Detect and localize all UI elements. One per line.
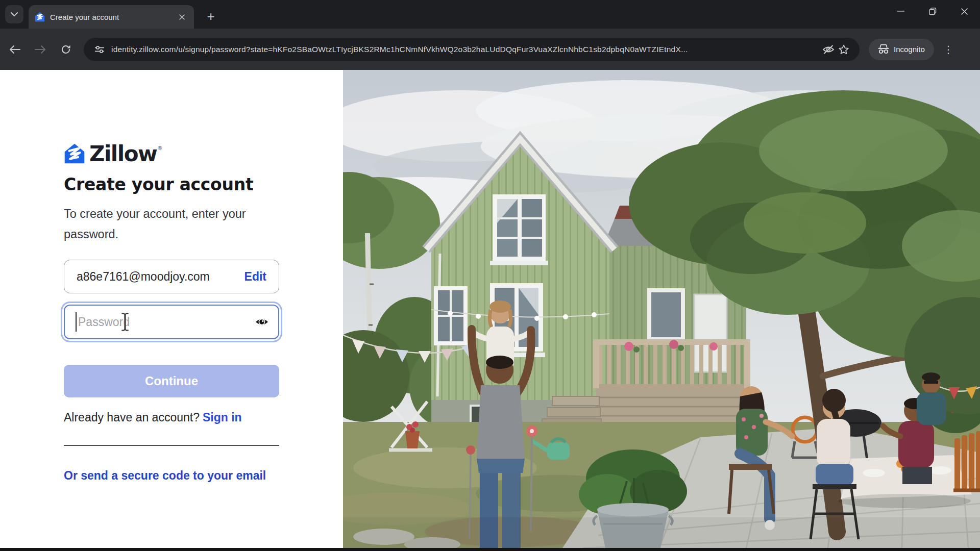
signin-row: Already have an account?Sign in [64,411,242,424]
email-value: a86e7161@moodjoy.com [77,270,244,284]
window-controls [885,0,980,24]
browser-tab[interactable]: Create your account [29,5,194,29]
bottom-vignette [343,517,980,548]
password-input[interactable] [64,305,279,339]
divider [64,445,279,446]
tab-title: Create your account [50,13,176,21]
close-button[interactable] [948,0,980,22]
new-tab-button[interactable]: + [202,8,219,26]
restore-icon [929,8,937,15]
continue-button[interactable]: Continue [64,365,279,397]
password-field [64,305,279,339]
close-icon [961,8,968,15]
zillow-logo: Zillow ® [64,143,162,165]
site-settings-icon[interactable] [92,46,107,53]
page-subheading: To create your account, enter your passw… [64,204,268,244]
secure-code-link[interactable]: Or send a secure code to your email [64,469,266,483]
password-hidden-eye-icon[interactable] [821,44,836,55]
text-caret [76,312,77,332]
forward-icon [35,45,46,54]
restore-button[interactable] [917,0,948,22]
tab-list-button[interactable] [5,5,23,23]
zillow-house-icon [64,143,85,164]
reload-button[interactable] [55,39,77,60]
backyard-photo [343,70,980,548]
address-bar[interactable]: identity.zillow.com/u/signup/password?st… [84,38,860,61]
browser-window: Create your account + [0,0,980,551]
incognito-badge: Incognito [869,39,934,60]
minimize-icon [897,11,904,12]
incognito-icon [878,44,889,54]
back-button[interactable] [4,39,26,60]
incognito-label: Incognito [894,45,925,54]
sign-in-link[interactable]: Sign in [203,411,242,424]
show-password-eye-icon[interactable] [255,315,269,329]
minimize-button[interactable] [885,0,917,22]
forward-button[interactable] [30,39,51,60]
signup-form-panel: Zillow ® Create your account To create y… [0,70,343,548]
tab-close-icon[interactable] [176,11,188,23]
bookmark-star-icon[interactable] [836,44,851,55]
zillow-favicon [35,12,45,22]
url-text: identity.zillow.com/u/signup/password?st… [111,45,817,54]
page-title: Create your account [64,174,253,194]
reload-icon [61,44,71,55]
browser-toolbar: identity.zillow.com/u/signup/password?st… [0,29,980,70]
chevron-down-icon [11,12,18,17]
page-content: Zillow ® Create your account To create y… [0,70,980,548]
signin-prompt: Already have an account? [64,411,200,424]
tab-strip: Create your account + [0,0,980,29]
menu-button[interactable]: ⋮ [938,39,959,60]
bottom-strip [0,548,980,551]
trademark-mark: ® [158,143,162,153]
zillow-wordmark: Zillow [89,143,157,165]
back-icon [9,45,20,54]
email-field: a86e7161@moodjoy.com Edit [64,260,279,293]
edit-email-link[interactable]: Edit [244,270,266,284]
